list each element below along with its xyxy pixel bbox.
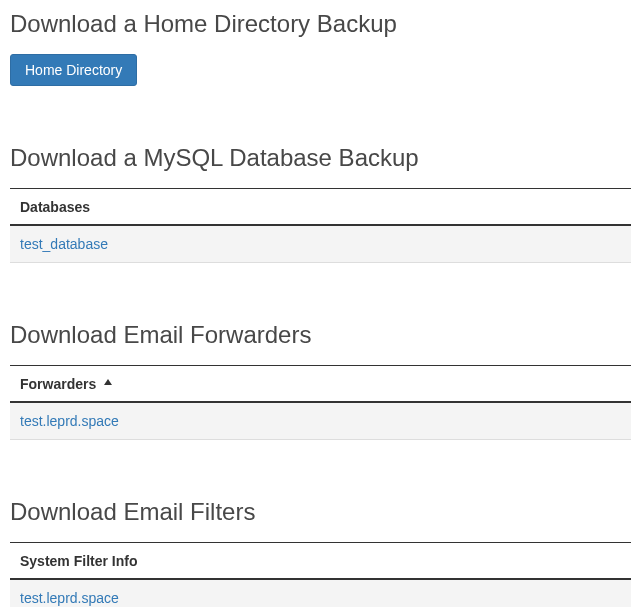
mysql-backup-section: Download a MySQL Database Backup Databas… (10, 144, 631, 263)
svg-marker-0 (104, 379, 112, 385)
forwarders-header-label: Forwarders (20, 376, 96, 392)
filter-link[interactable]: test.leprd.space (20, 590, 119, 606)
mysql-databases-table: Databases test_database (10, 188, 631, 263)
home-directory-button[interactable]: Home Directory (10, 54, 137, 86)
mysql-databases-header[interactable]: Databases (10, 189, 631, 226)
table-row: test.leprd.space (10, 402, 631, 440)
home-directory-backup-section: Download a Home Directory Backup Home Di… (10, 10, 631, 86)
mysql-backup-title: Download a MySQL Database Backup (10, 144, 631, 172)
mysql-databases-header-label: Databases (20, 199, 90, 215)
forwarders-header[interactable]: Forwarders (10, 366, 631, 403)
system-filter-info-header-label: System Filter Info (20, 553, 137, 569)
home-backup-title: Download a Home Directory Backup (10, 10, 631, 38)
table-row: test_database (10, 225, 631, 263)
table-row: test.leprd.space (10, 579, 631, 607)
email-forwarders-table: Forwarders test.leprd.space (10, 365, 631, 440)
system-filter-info-header[interactable]: System Filter Info (10, 543, 631, 580)
email-filters-table: System Filter Info test.leprd.space (10, 542, 631, 607)
forwarder-link[interactable]: test.leprd.space (20, 413, 119, 429)
sort-ascending-icon (104, 379, 112, 385)
email-forwarders-title: Download Email Forwarders (10, 321, 631, 349)
email-filters-title: Download Email Filters (10, 498, 631, 526)
email-filters-section: Download Email Filters System Filter Inf… (10, 498, 631, 607)
database-link[interactable]: test_database (20, 236, 108, 252)
email-forwarders-section: Download Email Forwarders Forwarders tes… (10, 321, 631, 440)
